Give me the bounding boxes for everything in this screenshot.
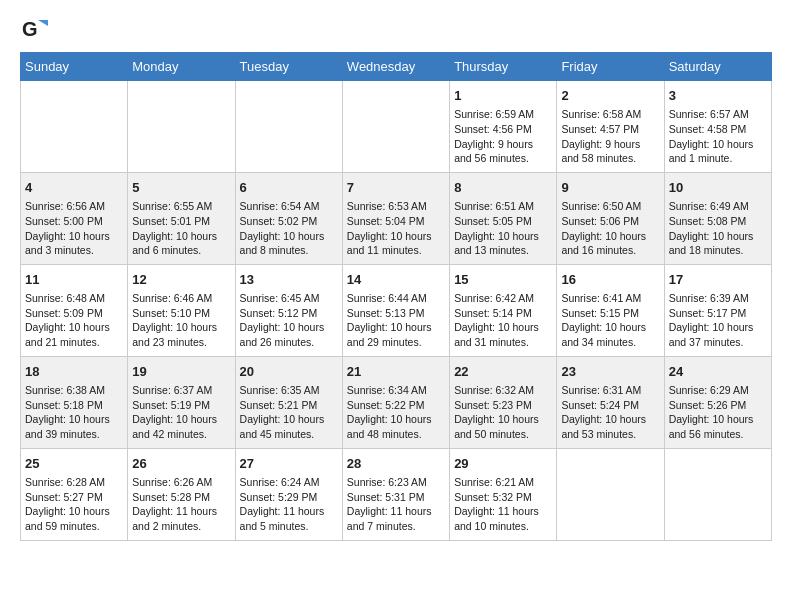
cell-3-1: 19Sunrise: 6:37 AM Sunset: 5:19 PM Dayli…	[128, 356, 235, 448]
day-info: Sunrise: 6:34 AM Sunset: 5:22 PM Dayligh…	[347, 383, 445, 442]
cell-0-2	[235, 81, 342, 173]
day-number: 2	[561, 87, 659, 105]
cell-0-0	[21, 81, 128, 173]
col-header-friday: Friday	[557, 53, 664, 81]
cell-1-2: 6Sunrise: 6:54 AM Sunset: 5:02 PM Daylig…	[235, 172, 342, 264]
cell-3-3: 21Sunrise: 6:34 AM Sunset: 5:22 PM Dayli…	[342, 356, 449, 448]
col-header-saturday: Saturday	[664, 53, 771, 81]
day-info: Sunrise: 6:37 AM Sunset: 5:19 PM Dayligh…	[132, 383, 230, 442]
col-header-thursday: Thursday	[450, 53, 557, 81]
day-number: 25	[25, 455, 123, 473]
day-info: Sunrise: 6:41 AM Sunset: 5:15 PM Dayligh…	[561, 291, 659, 350]
day-number: 26	[132, 455, 230, 473]
col-header-wednesday: Wednesday	[342, 53, 449, 81]
cell-3-4: 22Sunrise: 6:32 AM Sunset: 5:23 PM Dayli…	[450, 356, 557, 448]
cell-3-0: 18Sunrise: 6:38 AM Sunset: 5:18 PM Dayli…	[21, 356, 128, 448]
cell-3-5: 23Sunrise: 6:31 AM Sunset: 5:24 PM Dayli…	[557, 356, 664, 448]
cell-2-2: 13Sunrise: 6:45 AM Sunset: 5:12 PM Dayli…	[235, 264, 342, 356]
day-number: 12	[132, 271, 230, 289]
week-row-2: 11Sunrise: 6:48 AM Sunset: 5:09 PM Dayli…	[21, 264, 772, 356]
day-info: Sunrise: 6:44 AM Sunset: 5:13 PM Dayligh…	[347, 291, 445, 350]
cell-1-4: 8Sunrise: 6:51 AM Sunset: 5:05 PM Daylig…	[450, 172, 557, 264]
day-number: 17	[669, 271, 767, 289]
day-info: Sunrise: 6:23 AM Sunset: 5:31 PM Dayligh…	[347, 475, 445, 534]
cell-4-1: 26Sunrise: 6:26 AM Sunset: 5:28 PM Dayli…	[128, 448, 235, 540]
cell-4-5	[557, 448, 664, 540]
logo-icon: G	[20, 16, 48, 44]
svg-marker-1	[38, 20, 48, 26]
week-row-3: 18Sunrise: 6:38 AM Sunset: 5:18 PM Dayli…	[21, 356, 772, 448]
day-info: Sunrise: 6:45 AM Sunset: 5:12 PM Dayligh…	[240, 291, 338, 350]
cell-4-6	[664, 448, 771, 540]
day-number: 27	[240, 455, 338, 473]
day-info: Sunrise: 6:48 AM Sunset: 5:09 PM Dayligh…	[25, 291, 123, 350]
logo: G	[20, 16, 52, 44]
day-info: Sunrise: 6:54 AM Sunset: 5:02 PM Dayligh…	[240, 199, 338, 258]
day-number: 18	[25, 363, 123, 381]
cell-0-3	[342, 81, 449, 173]
day-info: Sunrise: 6:39 AM Sunset: 5:17 PM Dayligh…	[669, 291, 767, 350]
day-info: Sunrise: 6:59 AM Sunset: 4:56 PM Dayligh…	[454, 107, 552, 166]
col-header-monday: Monday	[128, 53, 235, 81]
cell-2-1: 12Sunrise: 6:46 AM Sunset: 5:10 PM Dayli…	[128, 264, 235, 356]
day-number: 6	[240, 179, 338, 197]
day-info: Sunrise: 6:42 AM Sunset: 5:14 PM Dayligh…	[454, 291, 552, 350]
day-info: Sunrise: 6:28 AM Sunset: 5:27 PM Dayligh…	[25, 475, 123, 534]
cell-4-0: 25Sunrise: 6:28 AM Sunset: 5:27 PM Dayli…	[21, 448, 128, 540]
day-info: Sunrise: 6:21 AM Sunset: 5:32 PM Dayligh…	[454, 475, 552, 534]
week-row-0: 1Sunrise: 6:59 AM Sunset: 4:56 PM Daylig…	[21, 81, 772, 173]
day-info: Sunrise: 6:51 AM Sunset: 5:05 PM Dayligh…	[454, 199, 552, 258]
day-number: 10	[669, 179, 767, 197]
day-info: Sunrise: 6:56 AM Sunset: 5:00 PM Dayligh…	[25, 199, 123, 258]
day-number: 16	[561, 271, 659, 289]
day-info: Sunrise: 6:55 AM Sunset: 5:01 PM Dayligh…	[132, 199, 230, 258]
col-header-tuesday: Tuesday	[235, 53, 342, 81]
cell-1-5: 9Sunrise: 6:50 AM Sunset: 5:06 PM Daylig…	[557, 172, 664, 264]
day-number: 4	[25, 179, 123, 197]
day-info: Sunrise: 6:38 AM Sunset: 5:18 PM Dayligh…	[25, 383, 123, 442]
cell-4-3: 28Sunrise: 6:23 AM Sunset: 5:31 PM Dayli…	[342, 448, 449, 540]
day-number: 23	[561, 363, 659, 381]
svg-text:G: G	[22, 18, 38, 40]
header: G	[20, 16, 772, 44]
day-info: Sunrise: 6:26 AM Sunset: 5:28 PM Dayligh…	[132, 475, 230, 534]
cell-0-5: 2Sunrise: 6:58 AM Sunset: 4:57 PM Daylig…	[557, 81, 664, 173]
cell-1-3: 7Sunrise: 6:53 AM Sunset: 5:04 PM Daylig…	[342, 172, 449, 264]
cell-2-3: 14Sunrise: 6:44 AM Sunset: 5:13 PM Dayli…	[342, 264, 449, 356]
day-number: 19	[132, 363, 230, 381]
day-number: 11	[25, 271, 123, 289]
col-header-sunday: Sunday	[21, 53, 128, 81]
cell-2-0: 11Sunrise: 6:48 AM Sunset: 5:09 PM Dayli…	[21, 264, 128, 356]
cell-4-2: 27Sunrise: 6:24 AM Sunset: 5:29 PM Dayli…	[235, 448, 342, 540]
day-number: 29	[454, 455, 552, 473]
day-number: 9	[561, 179, 659, 197]
day-number: 14	[347, 271, 445, 289]
cell-4-4: 29Sunrise: 6:21 AM Sunset: 5:32 PM Dayli…	[450, 448, 557, 540]
day-number: 24	[669, 363, 767, 381]
day-info: Sunrise: 6:46 AM Sunset: 5:10 PM Dayligh…	[132, 291, 230, 350]
cell-2-6: 17Sunrise: 6:39 AM Sunset: 5:17 PM Dayli…	[664, 264, 771, 356]
header-row: SundayMondayTuesdayWednesdayThursdayFrid…	[21, 53, 772, 81]
day-info: Sunrise: 6:24 AM Sunset: 5:29 PM Dayligh…	[240, 475, 338, 534]
cell-1-0: 4Sunrise: 6:56 AM Sunset: 5:00 PM Daylig…	[21, 172, 128, 264]
cell-0-6: 3Sunrise: 6:57 AM Sunset: 4:58 PM Daylig…	[664, 81, 771, 173]
cell-1-1: 5Sunrise: 6:55 AM Sunset: 5:01 PM Daylig…	[128, 172, 235, 264]
day-info: Sunrise: 6:50 AM Sunset: 5:06 PM Dayligh…	[561, 199, 659, 258]
cell-3-6: 24Sunrise: 6:29 AM Sunset: 5:26 PM Dayli…	[664, 356, 771, 448]
day-number: 5	[132, 179, 230, 197]
day-info: Sunrise: 6:57 AM Sunset: 4:58 PM Dayligh…	[669, 107, 767, 166]
day-number: 28	[347, 455, 445, 473]
cell-1-6: 10Sunrise: 6:49 AM Sunset: 5:08 PM Dayli…	[664, 172, 771, 264]
cell-2-4: 15Sunrise: 6:42 AM Sunset: 5:14 PM Dayli…	[450, 264, 557, 356]
cell-3-2: 20Sunrise: 6:35 AM Sunset: 5:21 PM Dayli…	[235, 356, 342, 448]
cell-0-1	[128, 81, 235, 173]
day-info: Sunrise: 6:58 AM Sunset: 4:57 PM Dayligh…	[561, 107, 659, 166]
day-info: Sunrise: 6:31 AM Sunset: 5:24 PM Dayligh…	[561, 383, 659, 442]
week-row-1: 4Sunrise: 6:56 AM Sunset: 5:00 PM Daylig…	[21, 172, 772, 264]
day-number: 3	[669, 87, 767, 105]
day-info: Sunrise: 6:32 AM Sunset: 5:23 PM Dayligh…	[454, 383, 552, 442]
day-info: Sunrise: 6:29 AM Sunset: 5:26 PM Dayligh…	[669, 383, 767, 442]
day-number: 8	[454, 179, 552, 197]
day-number: 20	[240, 363, 338, 381]
day-number: 7	[347, 179, 445, 197]
